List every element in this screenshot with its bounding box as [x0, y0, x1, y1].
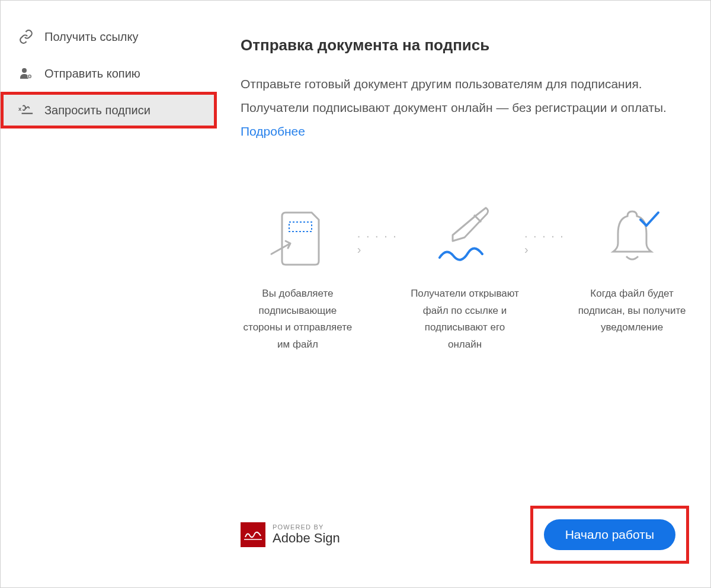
svg-text:x: x	[18, 106, 22, 112]
link-icon	[18, 29, 34, 44]
step-3: Когда файл будет подписан, вы получите у…	[575, 203, 689, 337]
powered-text: POWERED BY Adobe Sign	[273, 523, 340, 546]
footer: POWERED BY Adobe Sign Начало работы	[241, 482, 689, 564]
step-text: Получатели открывают файл по ссылке и по…	[408, 285, 522, 354]
dots-separator: · · · · · ›	[524, 229, 572, 256]
main-content: Отправка документа на подпись Отправьте …	[217, 1, 710, 587]
step-text: Вы добавляете подписывающие стороны и от…	[241, 285, 355, 354]
svg-rect-4	[289, 222, 312, 232]
adobe-sign-logo-icon	[241, 522, 265, 547]
step-2: Получатели открывают файл по ссылке и по…	[408, 203, 522, 354]
dots-separator: · · · · · ›	[357, 229, 405, 256]
signature-icon: x	[18, 102, 34, 118]
brand-name: Adobe Sign	[273, 531, 340, 546]
sidebar-item-label: Отправить копию	[44, 67, 140, 81]
powered-by: POWERED BY Adobe Sign	[241, 522, 340, 547]
get-started-button[interactable]: Начало работы	[544, 519, 675, 550]
cta-highlight: Начало работы	[530, 506, 689, 564]
share-person-icon	[18, 66, 34, 81]
learn-more-link[interactable]: Подробнее	[241, 124, 305, 138]
document-send-icon	[268, 203, 327, 274]
sign-online-icon	[429, 203, 500, 274]
step-1: Вы добавляете подписывающие стороны и от…	[241, 203, 355, 354]
steps-row: Вы добавляете подписывающие стороны и от…	[241, 203, 689, 354]
sidebar-item-get-link[interactable]: Получить ссылку	[1, 18, 217, 55]
page-title: Отправка документа на подпись	[241, 36, 689, 54]
sidebar-item-send-copy[interactable]: Отправить копию	[1, 55, 217, 92]
powered-label: POWERED BY	[273, 523, 340, 531]
sidebar-item-request-signatures[interactable]: x Запросить подписи	[1, 92, 217, 128]
svg-line-5	[474, 215, 481, 222]
description: Отправьте готовый документ другим пользо…	[241, 72, 689, 143]
notification-bell-icon	[603, 203, 662, 274]
svg-point-0	[22, 68, 27, 73]
sidebar-item-label: Запросить подписи	[44, 104, 150, 117]
sidebar-item-label: Получить ссылку	[44, 30, 138, 44]
step-text: Когда файл будет подписан, вы получите у…	[575, 285, 689, 337]
description-text: Отправьте готовый документ другим пользо…	[241, 77, 667, 114]
sidebar: Получить ссылку Отправить копию x Запрос…	[1, 1, 217, 587]
